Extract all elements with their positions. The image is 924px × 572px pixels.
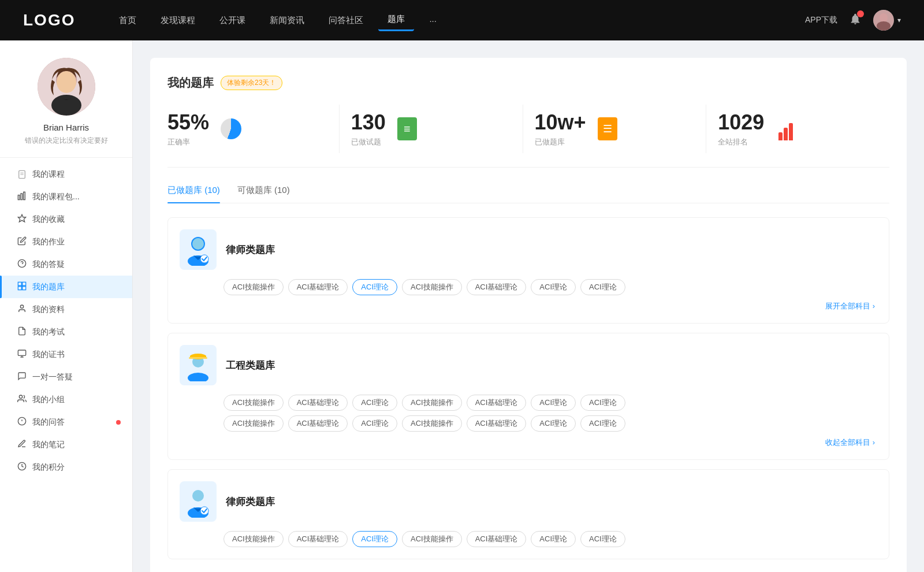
tag-law2-6[interactable]: ACI理论 (580, 531, 625, 547)
bank-section-law1: 律师类题库 ACI技能操作 ACI基础理论 ACI理论 ACI技能操作 ACI基… (167, 217, 889, 324)
tag-eng1-r2-5[interactable]: ACI理论 (531, 415, 576, 432)
sidebar-item-course-package[interactable]: 我的课程包... (0, 185, 132, 208)
svg-rect-11 (21, 194, 23, 200)
sidebar-item-exam[interactable]: 我的考试 (0, 321, 132, 343)
avatar-image (38, 58, 95, 116)
tab-available-bank[interactable]: 可做题库 (10) (237, 185, 290, 203)
nav-qa[interactable]: 问答社区 (319, 10, 372, 31)
tag-eng1-r1-2[interactable]: ACI理论 (352, 395, 397, 411)
nav-news[interactable]: 新闻资讯 (260, 10, 314, 31)
svg-rect-10 (18, 195, 20, 200)
questions-label: 已做试题 (351, 137, 386, 147)
sidebar-item-label: 我的收藏 (32, 214, 65, 225)
tag-eng1-r2-6[interactable]: ACI理论 (580, 415, 625, 432)
tag-eng1-r1-0[interactable]: ACI技能操作 (223, 395, 284, 411)
notification-bell[interactable] (849, 13, 862, 28)
tag-row-law2: ACI技能操作 ACI基础理论 ACI理论 ACI技能操作 ACI基础理论 AC… (180, 531, 877, 547)
sidebar-item-label: 我的证书 (32, 350, 65, 360)
profile-motto: 错误的决定比没有决定要好 (25, 136, 108, 146)
stat-value-bank: 10w+ 已做题库 (535, 110, 586, 147)
navbar-right: APP下载 ▾ (805, 10, 901, 31)
tag-eng1-r2-3[interactable]: ACI技能操作 (402, 415, 462, 432)
user-avatar-menu[interactable]: ▾ (873, 10, 901, 31)
tag-law1-0[interactable]: ACI技能操作 (223, 279, 284, 295)
tag-eng1-r2-4[interactable]: ACI基础理论 (467, 415, 527, 432)
sidebar-item-qa[interactable]: 我的答疑 (0, 253, 132, 276)
sidebar-item-favorites[interactable]: 我的收藏 (0, 208, 132, 231)
sidebar-item-label: 我的资料 (32, 304, 65, 315)
trial-badge: 体验剩余23天！ (221, 76, 282, 90)
tag-law2-3[interactable]: ACI技能操作 (402, 531, 462, 547)
tag-law2-5[interactable]: ACI理论 (531, 531, 576, 547)
nav-open-course[interactable]: 公开课 (210, 10, 255, 31)
rank-value: 1029 (718, 110, 764, 135)
tag-eng1-r2-1[interactable]: ACI基础理论 (288, 415, 348, 432)
tag-law2-0[interactable]: ACI技能操作 (223, 531, 284, 547)
tag-law1-3[interactable]: ACI技能操作 (402, 279, 462, 295)
tag-law1-4[interactable]: ACI基础理论 (467, 279, 527, 295)
stat-value-questions: 130 已做试题 (351, 110, 386, 147)
app-download-button[interactable]: APP下载 (805, 15, 837, 25)
unread-badge (116, 420, 121, 425)
bank-header-law2: 律师类题库 (180, 481, 877, 522)
collapse-link-eng1[interactable]: 收起全部科目 › (180, 437, 877, 448)
tag-law2-1[interactable]: ACI基础理论 (288, 531, 348, 547)
sidebar-item-one-on-one[interactable]: 一对一答疑 (0, 366, 132, 388)
profile-section: Brian Harris 错误的决定比没有决定要好 (0, 58, 132, 158)
star-icon (17, 214, 27, 225)
stat-rank: 1029 全站排名 (706, 105, 889, 153)
tab-row: 已做题库 (10) 可做题库 (10) (167, 185, 889, 203)
tag-eng1-r2-0[interactable]: ACI技能操作 (223, 415, 284, 432)
sidebar-item-label: 我的课程 (32, 169, 65, 180)
tab-done-bank[interactable]: 已做题库 (10) (167, 185, 220, 203)
stat-accuracy: 55% 正确率 (167, 105, 340, 153)
tag-eng1-r1-3[interactable]: ACI技能操作 (402, 395, 462, 411)
notes-icon (17, 439, 27, 450)
nav-home[interactable]: 首页 (110, 10, 146, 31)
bank-title-law1: 律师类题库 (226, 243, 275, 257)
tag-eng1-r1-4[interactable]: ACI基础理论 (467, 395, 527, 411)
questions-value: 130 (351, 110, 386, 135)
qa-icon (17, 417, 27, 428)
sidebar-item-label: 我的题库 (32, 282, 65, 292)
chat-icon (17, 372, 27, 382)
tag-law2-4[interactable]: ACI基础理论 (467, 531, 527, 547)
nav-more[interactable]: ··· (420, 11, 446, 30)
svg-point-20 (20, 305, 23, 308)
sidebar-item-question-bank[interactable]: 我的题库 (0, 276, 132, 298)
expand-link-law1[interactable]: 展开全部科目 › (180, 301, 877, 311)
sidebar-item-my-qa[interactable]: 我的问答 (0, 411, 132, 433)
chevron-down-icon: ▾ (897, 16, 901, 24)
sidebar-item-profile[interactable]: 我的资料 (0, 298, 132, 321)
profile-name: Brian Harris (43, 122, 89, 132)
tag-law1-1[interactable]: ACI基础理论 (288, 279, 348, 295)
sidebar-item-notes[interactable]: 我的笔记 (0, 433, 132, 456)
tag-row-law1: ACI技能操作 ACI基础理论 ACI理论 ACI技能操作 ACI基础理论 AC… (180, 279, 877, 295)
tag-eng1-r1-5[interactable]: ACI理论 (531, 395, 576, 411)
tag-eng1-r1-1[interactable]: ACI基础理论 (288, 395, 348, 411)
bank-title-eng1: 工程类题库 (226, 359, 275, 372)
sidebar-item-label: 我的考试 (32, 327, 65, 337)
tag-eng1-r2-2[interactable]: ACI理论 (352, 415, 397, 432)
sidebar-item-groups[interactable]: 我的小组 (0, 388, 132, 411)
bank-label: 已做题库 (535, 137, 586, 147)
bank-section-law2: 律师类题库 ACI技能操作 ACI基础理论 ACI理论 ACI技能操作 ACI基… (167, 469, 889, 559)
grid-icon (17, 281, 27, 292)
sidebar-item-courses[interactable]: 我的课程 (0, 164, 132, 185)
svg-point-1 (880, 13, 888, 23)
sidebar-item-homework[interactable]: 我的作业 (0, 231, 132, 253)
file-icon (17, 326, 27, 337)
tag-law1-2[interactable]: ACI理论 (352, 279, 397, 295)
tag-law1-5[interactable]: ACI理论 (531, 279, 576, 295)
sidebar-item-points[interactable]: 我的积分 (0, 456, 132, 478)
tag-law2-2[interactable]: ACI理论 (352, 531, 397, 547)
svg-point-29 (192, 238, 204, 250)
sidebar-item-certificate[interactable]: 我的证书 (0, 343, 132, 366)
svg-rect-18 (18, 287, 21, 290)
person-icon (17, 304, 27, 315)
tag-eng1-r1-6[interactable]: ACI理论 (580, 395, 625, 411)
tag-law1-6[interactable]: ACI理论 (580, 279, 625, 295)
nav-discover[interactable]: 发现课程 (151, 10, 204, 31)
stat-bank-done: 10w+ 已做题库 ☰ (523, 105, 707, 153)
nav-bank[interactable]: 题库 (378, 9, 414, 31)
